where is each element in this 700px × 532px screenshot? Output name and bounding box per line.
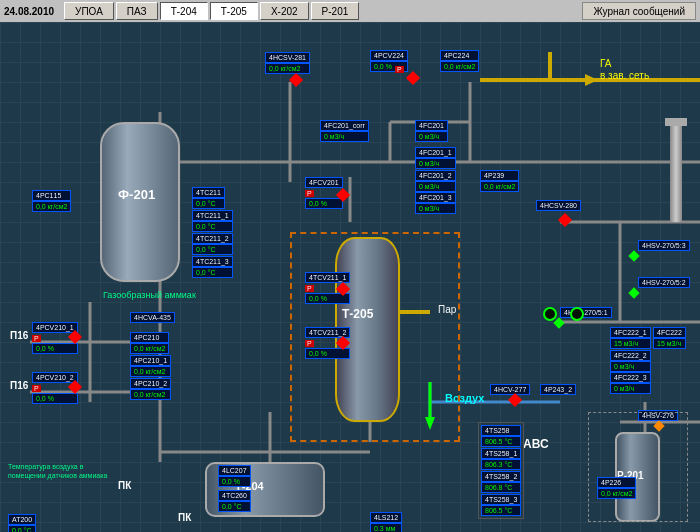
chimney-cap: [665, 118, 687, 126]
hsv270-52-box[interactable]: 4HSV-270/5:2: [638, 277, 690, 288]
pc210-box[interactable]: 4PC210 0,0 кг/см2: [130, 332, 169, 354]
main-diagram: Ф-201 Т-205 Т-204 Р-201 Газообразный амм…: [0, 22, 700, 532]
tc211-3-box[interactable]: 4TC211_3 0,0 °C: [192, 256, 233, 278]
fc222-3-box[interactable]: 4FC222_3 0 м3/ч: [610, 372, 651, 394]
p239-box[interactable]: 4P239 0,0 кг/см2: [480, 170, 519, 192]
valve-circle-2[interactable]: [570, 307, 584, 321]
tc211-2-box[interactable]: 4TC211_2 0,0 °C: [192, 233, 233, 255]
p243-2-box[interactable]: 4P243_2: [540, 384, 576, 395]
ga-label: ГА в зав. сеть: [600, 58, 649, 82]
fc201-box[interactable]: 4FC201 0 м3/ч: [415, 120, 448, 142]
fc201corr-box[interactable]: 4FC201_corr 0 м3/ч: [320, 120, 369, 142]
btn-t204[interactable]: Т-204: [160, 2, 208, 20]
pc210-1-box[interactable]: 4PC210_1 0,0 кг/см2: [130, 355, 171, 377]
temp-warning-label: Температура воздуха в помещении датчиков…: [8, 462, 118, 480]
f201-vessel: [100, 122, 180, 282]
p226-box[interactable]: 4P226 0,0 кг/см2: [597, 477, 636, 499]
fc201-3-box[interactable]: 4FC201_3 0 м3/ч: [415, 192, 456, 214]
ammonia-label: Газообразный аммиак: [103, 290, 196, 300]
pk-1-label: ПК: [118, 480, 131, 491]
pk-2-label: ПК: [178, 512, 191, 523]
p16-2-label: П16: [10, 380, 28, 391]
hsv276-box[interactable]: 4HSV-276: [638, 410, 678, 421]
btn-t205[interactable]: Т-205: [210, 2, 258, 20]
at200-box[interactable]: AT200 0,0 °C: [8, 514, 36, 532]
par-label: Пар: [438, 304, 456, 315]
chimney-pipe: [670, 122, 682, 222]
hcsv280-box[interactable]: 4HCSV-280: [536, 200, 581, 211]
hsv270-51-box[interactable]: 4HSV-270/5:1: [560, 307, 612, 318]
pc115-box[interactable]: 4PC115 0,0 кг/см2: [32, 190, 71, 212]
hsv270-53-box[interactable]: 4HSV-270/5:3: [638, 240, 690, 251]
btn-upoa[interactable]: УПОА: [64, 2, 114, 20]
date-label: 24.08.2010: [4, 6, 54, 17]
avs-label: АВС: [523, 437, 549, 451]
p16-1-label: П16: [10, 330, 28, 341]
btn-p201[interactable]: Р-201: [311, 2, 360, 20]
top-bar: 24.08.2010 УПОА ПАЗ Т-204 Т-205 Х-202 Р-…: [0, 0, 700, 22]
tc211-1-box[interactable]: 4TC211_1 0,0 °C: [192, 210, 233, 232]
fc222-2-box[interactable]: 4FC222_2 0 м3/ч: [610, 350, 651, 372]
btn-journal[interactable]: Журнал сообщений: [582, 2, 696, 20]
lc207-box[interactable]: 4LC207 0,0 %: [218, 465, 251, 487]
vozduh-label: Воздух: [445, 392, 484, 404]
fc201-2-box[interactable]: 4FC201_2 0 м3/ч: [415, 170, 456, 192]
pc224-box[interactable]: 4PC224 0,0 кг/см2: [440, 50, 479, 72]
f201-label: Ф-201: [118, 187, 155, 202]
hcva435-box[interactable]: 4HCVA-435: [130, 312, 175, 323]
tc260-box[interactable]: 4TC260 0,0 °C: [218, 490, 251, 512]
pcv224-p-box: P: [395, 66, 404, 73]
fc222-main-box[interactable]: 4FC222 15 м3/ч: [653, 327, 686, 349]
valve-circle-1[interactable]: [543, 307, 557, 321]
hcv277-box[interactable]: 4HCV-277: [490, 384, 530, 395]
hcsv281-box[interactable]: 4HCSV-281 0,0 кг/см2: [265, 52, 310, 74]
t205-label: Т-205: [342, 307, 373, 321]
tc211-box[interactable]: 4TC211 0,0 °C: [192, 187, 225, 209]
ls212-box[interactable]: 4LS212 0.3 мм: [370, 512, 402, 532]
fc222-1-box[interactable]: 4FC222_1 15 м3/ч: [610, 327, 651, 349]
btn-x202[interactable]: Х-202: [260, 2, 309, 20]
fc201-1-box[interactable]: 4FC201_1 0 м3/ч: [415, 147, 456, 169]
btn-paz[interactable]: ПАЗ: [116, 2, 158, 20]
ts258-group[interactable]: 4TS258 806.5 °C 4TS258_1 806.3 °C 4TS258…: [478, 422, 524, 519]
pc210-2-box[interactable]: 4PC210_2 0,0 кг/см2: [130, 378, 171, 400]
